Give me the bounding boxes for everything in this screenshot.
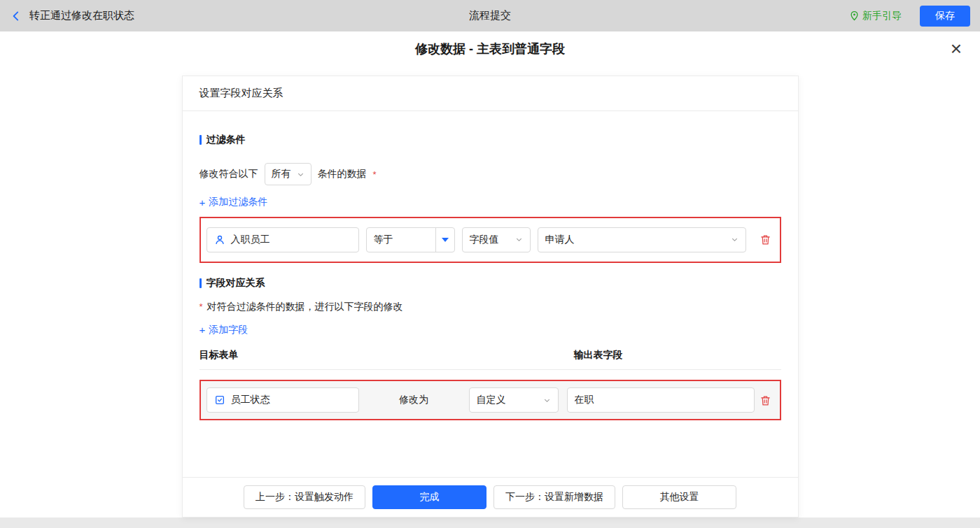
settings-card: 设置字段对应关系 过滤条件 修改符合以下 所有 条件的数据 * + 添加过滤条件 [182,76,799,518]
trash-icon [760,234,771,245]
checkbox-field-icon [214,394,225,406]
filter-field-value: 入职员工 [231,234,270,246]
value-mode-value: 自定义 [477,394,506,406]
add-filter-condition-link[interactable]: + 添加过滤条件 [200,196,268,208]
guide-label: 新手引导 [862,10,902,22]
modal-header: 修改数据 - 主表到普通字段 × [0,31,980,66]
match-mode-select[interactable]: 所有 [265,163,312,185]
compare-value-select[interactable]: 申请人 [538,227,746,252]
target-field-select[interactable]: 员工状态 [206,387,359,413]
value-type-value: 字段值 [470,234,499,246]
triangle-down-icon [442,238,449,242]
beginner-guide-link[interactable]: 新手引导 [850,10,902,22]
location-pin-icon [850,10,859,21]
back-icon[interactable] [10,10,22,22]
next-step-button[interactable]: 下一步：设置新增数据 [493,485,615,509]
operator-select[interactable]: 等于 [366,227,455,252]
chevron-down-icon [297,171,304,178]
chevron-down-icon [543,397,551,404]
add-field-label: 添加字段 [209,324,248,336]
card-body: 过滤条件 修改符合以下 所有 条件的数据 * + 添加过滤条件 [183,111,798,477]
topbar-left: 转正通过修改在职状态 [10,9,134,22]
modal: 修改数据 - 主表到普通字段 × 设置字段对应关系 过滤条件 修改符合以下 所有… [0,31,980,518]
add-filter-row: + 添加过滤条件 [200,196,781,209]
operator-dropdown-toggle[interactable] [435,228,454,252]
chevron-down-icon [515,236,523,243]
value-type-select[interactable]: 字段值 [462,227,531,252]
plus-icon: + [200,324,206,335]
topbar-center-title: 流程提交 [0,9,980,22]
card-footer: 上一步：设置触发动作 完成 下一步：设置新增数据 其他设置 [183,477,798,517]
topbar-right: 新手引导 保存 [850,6,970,27]
filter-line: 修改符合以下 所有 条件的数据 * [200,163,781,185]
mapping-section-title: 字段对应关系 [200,277,781,290]
filter-section-title: 过滤条件 [200,134,781,146]
delete-mapping-button[interactable] [760,394,771,406]
add-field-link[interactable]: + 添加字段 [200,324,248,336]
close-icon[interactable]: × [951,39,962,59]
required-asterisk: * [200,301,203,312]
add-filter-condition-label: 添加过滤条件 [209,196,267,208]
filter-line-suffix: 条件的数据 [318,168,367,180]
operator-value: 等于 [367,234,435,246]
add-field-row: + 添加字段 [200,324,781,337]
column-target-form: 目标表单 [200,349,574,362]
filter-field-select[interactable]: 入职员工 [206,227,359,252]
modify-to-label: 修改为 [359,394,469,406]
target-field-value: 员工状态 [231,394,270,406]
save-button[interactable]: 保存 [920,6,970,27]
trash-icon [760,394,771,406]
required-asterisk: * [373,169,377,180]
plus-icon: + [200,197,206,208]
value-mode-select[interactable]: 自定义 [469,387,559,413]
card-header-title: 设置字段对应关系 [183,76,798,111]
filter-condition-row: 入职员工 等于 字段值 申请人 [200,217,781,263]
modal-title: 修改数据 - 主表到普通字段 [415,41,565,57]
filter-line-prefix: 修改符合以下 [200,168,258,180]
output-value-input[interactable] [567,387,755,413]
topbar: 转正通过修改在职状态 流程提交 新手引导 保存 [0,0,980,31]
delete-condition-button[interactable] [760,234,771,245]
prev-step-button[interactable]: 上一步：设置触发动作 [244,485,365,509]
flow-title: 转正通过修改在职状态 [29,9,134,22]
mapping-description: 对符合过滤条件的数据，进行以下字段的修改 [207,301,403,313]
other-settings-button[interactable]: 其他设置 [622,485,736,509]
mapping-column-headers: 目标表单 输出表字段 [200,349,781,370]
chevron-down-icon [731,236,738,243]
match-mode-value: 所有 [272,168,291,180]
field-mapping-row: 员工状态 修改为 自定义 [200,380,781,420]
person-icon [214,234,225,245]
column-output-field: 输出表字段 [574,349,623,362]
compare-value: 申请人 [545,234,575,246]
mapping-description-line: * 对符合过滤条件的数据，进行以下字段的修改 [200,301,781,313]
done-button[interactable]: 完成 [372,485,486,509]
